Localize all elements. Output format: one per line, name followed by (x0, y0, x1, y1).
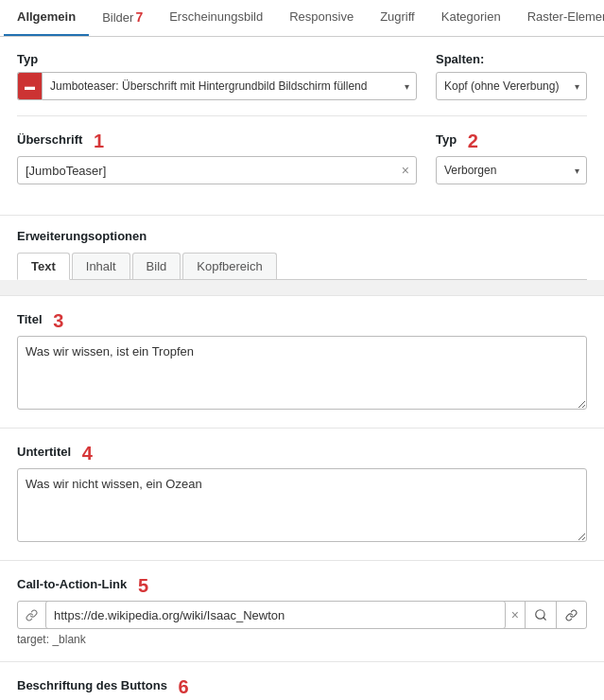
typ2-field: Typ 2 Verborgen ▾ (436, 131, 587, 184)
tab-zugriff[interactable]: Zugriff (367, 0, 428, 36)
cta-external-link-button[interactable] (556, 601, 586, 629)
tab-bilder[interactable]: Bilder7 (89, 0, 156, 36)
typ2-label: Typ 2 (436, 131, 587, 150)
anno-4: 4 (82, 443, 93, 464)
cta-label: Call-to-Action-Link 5 (17, 576, 587, 595)
cta-input-wrapper: × (17, 601, 587, 629)
erweiterungsoptionen-title: Erweiterungsoptionen (17, 229, 587, 243)
tabs-bar: Allgemein Bilder7 Erscheinungsbild Respo… (0, 0, 604, 37)
tab-allgemein[interactable]: Allgemein (4, 0, 89, 36)
spalten-select[interactable]: Kopf (ohne Vererbung) (436, 72, 587, 100)
cta-link-actions (525, 601, 586, 629)
typ-label: Typ (17, 52, 417, 66)
anno-1: 1 (94, 131, 104, 151)
button-section: Beschriftung des Buttons 6 × (0, 661, 604, 700)
inner-tab-text[interactable]: Text (17, 253, 70, 280)
untertitel-section: Untertitel 4 Was wir nicht wissen, ein O… (0, 428, 604, 560)
main-content: Typ ▬ Jumboteaser: Überschrift mit Hinte… (0, 37, 604, 215)
typ-icon: ▬ (25, 80, 35, 92)
tab-responsive[interactable]: Responsive (276, 0, 367, 36)
cta-section: Call-to-Action-Link 5 × (0, 560, 604, 661)
typ-icon-box: ▬ (17, 72, 42, 100)
ueberschrift-field: Überschrift 1 × (17, 131, 417, 184)
inner-tabs-bar: Text Inhalt Bild Kopfbereich (17, 253, 587, 280)
button-label-text: Beschriftung des Buttons 6 (17, 677, 587, 696)
titel-label: Titel 3 (17, 311, 587, 330)
ueberschrift-label: Überschrift 1 (17, 131, 417, 150)
ueberschrift-input-wrapper: × (17, 156, 417, 184)
titel-section: Titel 3 Was wir wissen, ist ein Tropfen (0, 295, 604, 428)
spalten-label: Spalten: (436, 52, 587, 66)
cta-search-button[interactable] (526, 601, 556, 629)
cta-target-text: target: _blank (17, 633, 587, 646)
inner-tab-inhalt[interactable]: Inhalt (72, 253, 130, 279)
untertitel-textarea[interactable]: Was wir nicht wissen, ein Ozean (17, 468, 587, 542)
anno-5: 5 (138, 575, 148, 596)
ueberschrift-typ-row: Überschrift 1 × Typ 2 Verborgen ▾ (17, 131, 587, 184)
typ2-select-wrapper: Verborgen ▾ (436, 156, 587, 184)
anno-3: 3 (53, 310, 63, 331)
typ-field: Typ ▬ Jumboteaser: Überschrift mit Hinte… (17, 52, 417, 100)
untertitel-label: Untertitel 4 (17, 444, 587, 463)
erweiterungsoptionen-section: Erweiterungsoptionen Text Inhalt Bild Ko… (0, 215, 604, 280)
typ-spalten-row: Typ ▬ Jumboteaser: Überschrift mit Hinte… (17, 52, 587, 100)
inner-tab-bild[interactable]: Bild (132, 253, 181, 279)
inner-tab-kopfbereich[interactable]: Kopfbereich (182, 253, 276, 279)
cta-clear-icon[interactable]: × (506, 607, 525, 622)
svg-line-1 (544, 618, 546, 621)
ueberschrift-clear-icon[interactable]: × (402, 163, 409, 178)
ueberschrift-input[interactable] (17, 156, 417, 184)
separator-1 (17, 115, 587, 116)
typ-select[interactable]: Jumboteaser: Überschrift mit Hintergrund… (42, 72, 417, 100)
spalten-field: Spalten: Kopf (ohne Vererbung) ▾ (436, 52, 587, 100)
link-icon (18, 609, 45, 621)
tab-kategorien[interactable]: Kategorien (428, 0, 514, 36)
spalten-select-wrapper: Kopf (ohne Vererbung) ▾ (436, 72, 587, 100)
anno-6: 6 (179, 676, 189, 697)
tab-erscheinungsbild[interactable]: Erscheinungsbild (156, 0, 276, 36)
titel-textarea[interactable]: Was wir wissen, ist ein Tropfen (17, 336, 587, 410)
typ2-select[interactable]: Verborgen (436, 156, 587, 184)
tab-raster-elemente[interactable]: Raster-Elemente (514, 0, 604, 36)
cta-input[interactable] (45, 601, 506, 629)
anno-2: 2 (468, 131, 478, 151)
typ-select-wrapper: ▬ Jumboteaser: Überschrift mit Hintergru… (17, 72, 417, 100)
